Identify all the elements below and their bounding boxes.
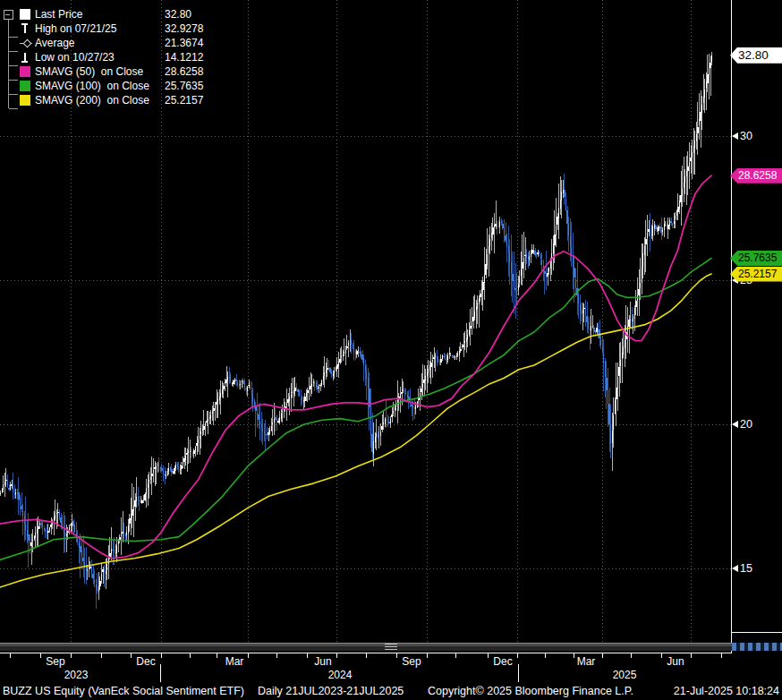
legend-value: 25.2157 xyxy=(165,94,203,107)
legend-row-smavg200[interactable]: SMAVG (200) on Close 25.2157 xyxy=(2,93,209,107)
horizontal-scrollbar[interactable] xyxy=(0,643,732,651)
x-axis-month-label: Sep xyxy=(392,655,431,668)
legend-row-smavg50[interactable]: SMAVG (50) on Close 28.6258 xyxy=(2,64,209,79)
legend-label: Last Price xyxy=(35,8,82,21)
x-axis-month-label: Mar xyxy=(566,655,606,668)
legend-row-high[interactable]: High on 07/21/25 32.9278 xyxy=(2,21,209,36)
legend-row-average[interactable]: Average 21.3674 xyxy=(2,36,209,50)
x-axis-month-label: Dec xyxy=(126,655,166,668)
scrollbar-resize-stripes[interactable] xyxy=(732,643,782,651)
y-axis-tick-30: 30 xyxy=(732,129,752,143)
legend-value: 14.1212 xyxy=(165,51,203,64)
x-axis-year-label: 2023 xyxy=(56,669,96,681)
legend-row-low[interactable]: Low on 10/27/23 14.1212 xyxy=(2,50,209,64)
average-marker-icon xyxy=(20,38,32,48)
last-price-swatch-icon xyxy=(20,9,30,20)
legend-row-last-price[interactable]: Last Price 32.80 xyxy=(2,7,209,21)
price-box-sma100: 25.7635 xyxy=(730,251,782,266)
legend-value: 32.9278 xyxy=(165,22,203,35)
status-bar: BUZZ US Equity (VanEck Social Sentiment … xyxy=(0,682,782,700)
legend-value: 21.3674 xyxy=(165,37,203,49)
price-box-last: 32.80 xyxy=(730,47,782,64)
instrument-title: BUZZ US Equity (VanEck Social Sentiment … xyxy=(3,685,244,697)
x-axis-month-label: Sep xyxy=(36,655,75,668)
legend-label: High on 07/21/25 xyxy=(35,22,116,35)
legend-value: 25.7635 xyxy=(165,80,203,92)
smavg50-swatch-icon xyxy=(20,66,30,77)
legend-label: SMAVG (100) on Close xyxy=(35,80,149,92)
smavg200-swatch-icon xyxy=(20,95,30,106)
smavg100-swatch-icon xyxy=(20,81,30,91)
y-axis-tick-20: 20 xyxy=(732,417,752,431)
high-marker-icon xyxy=(20,23,30,34)
tick-arrow-icon xyxy=(732,132,738,140)
timestamp-label: 21-Jul-2025 10:18:24 xyxy=(674,685,779,697)
price-box-sma50: 28.6258 xyxy=(730,168,782,184)
price-box-sma200: 25.2157 xyxy=(730,267,782,282)
legend-value: 32.80 xyxy=(165,8,191,21)
chart-range-label: Daily 21JUL2023-21JUL2025 xyxy=(258,685,404,697)
y-axis-tick-15: 15 xyxy=(732,561,752,576)
x-axis-month-label: Dec xyxy=(483,655,523,668)
legend-label: SMAVG (200) on Close xyxy=(35,94,149,107)
x-axis-year-label: 2025 xyxy=(605,669,644,681)
tick-arrow-icon xyxy=(732,421,738,428)
x-axis-month-label: Mar xyxy=(215,655,254,668)
legend-label: Low on 10/27/23 xyxy=(35,51,115,64)
tick-arrow-icon xyxy=(732,565,738,572)
x-axis-month-label: Jun xyxy=(656,655,695,668)
low-marker-icon xyxy=(20,52,30,63)
x-axis-month-label: Jun xyxy=(303,655,343,668)
copyright-label: Copyright© 2025 Bloomberg Finance L.P. xyxy=(428,685,633,697)
x-axis-year-label: 2024 xyxy=(320,669,360,681)
legend-row-smavg100[interactable]: SMAVG (100) on Close 25.7635 xyxy=(2,79,209,93)
legend-label: Average xyxy=(35,37,74,49)
chart-legend: Last Price 32.80 High on 07/21/25 32.927… xyxy=(2,7,209,107)
bloomberg-chart-window: Last Price 32.80 High on 07/21/25 32.927… xyxy=(0,0,782,700)
legend-value: 28.6258 xyxy=(165,65,203,78)
legend-label: SMAVG (50) on Close xyxy=(35,65,143,78)
scrollbar-grip-icon[interactable] xyxy=(385,644,397,650)
